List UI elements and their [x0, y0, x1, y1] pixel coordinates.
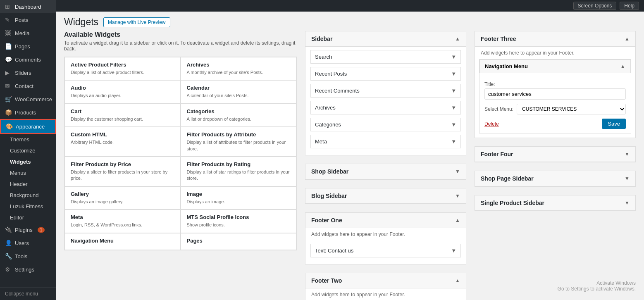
shop-page-sidebar-title: Shop Page Sidebar	[481, 175, 534, 182]
widget-pages[interactable]: Pages	[181, 233, 297, 250]
widget-categories[interactable]: Categories A list or dropdown of categor…	[181, 104, 297, 127]
sidebar-item-label: Tools	[15, 253, 27, 260]
widget-filter-products-attribute[interactable]: Filter Products by Attribute Display a l…	[181, 127, 297, 157]
footer-one-widget-text[interactable]: Text: Contact us ▼	[310, 244, 461, 257]
sidebar-item-pages[interactable]: 📄 Pages	[0, 40, 56, 53]
sidebar-item-editor[interactable]: Editor	[0, 212, 56, 223]
single-product-sidebar-header[interactable]: Single Product Sidebar ▼	[475, 195, 635, 211]
sidebar-item-products[interactable]: 📦 Products	[0, 106, 56, 119]
sidebar-widget-categories[interactable]: Categories ▼	[310, 118, 461, 131]
plugins-badge: 1	[38, 227, 45, 233]
footer-three-chevron-icon: ▲	[625, 36, 630, 42]
collapse-menu-button[interactable]: Collapse menu	[0, 287, 56, 300]
single-product-sidebar-panel: Single Product Sidebar ▼	[475, 195, 636, 211]
screen-options-button[interactable]: Screen Options	[573, 2, 617, 10]
settings-icon: ⚙	[5, 266, 12, 273]
sidebar-widget-recent-comments[interactable]: Recent Comments ▼	[310, 84, 461, 98]
widget-desc: Show profile icons.	[187, 222, 291, 228]
sidebar-area-panel: Sidebar ▲ Search ▼ Recent Posts ▼ Recent…	[305, 31, 466, 155]
sidebar-item-background[interactable]: Background	[0, 190, 56, 201]
widget-meta[interactable]: Meta Login, RSS, & WordPress.org links.	[64, 210, 181, 233]
sidebar-item-label: Settings	[15, 267, 34, 273]
dashboard-icon: ⊞	[5, 3, 12, 10]
widget-chevron-icon: ▼	[451, 71, 456, 77]
widget-gallery[interactable]: Gallery Displays an image gallery.	[64, 186, 181, 210]
sidebar-item-plugins[interactable]: 🔌 Plugins 1	[0, 223, 56, 236]
footer-one-header[interactable]: Footer One ▲	[305, 213, 466, 228]
page-title: Widgets	[64, 17, 98, 28]
sidebar-item-sliders[interactable]: ▶ Sliders	[0, 66, 56, 79]
widget-name: Active Product Filters	[71, 62, 174, 68]
widget-active-product-filters[interactable]: Active Product Filters Display a list of…	[64, 57, 181, 80]
blog-sidebar-header[interactable]: Blog Sidebar ▼	[305, 188, 466, 204]
help-button[interactable]: Help	[620, 2, 639, 10]
sidebar-item-luzuk[interactable]: Luzuk Fitness	[0, 201, 56, 212]
title-field-row: Title:	[484, 81, 626, 100]
sidebar-item-label: Posts	[15, 17, 29, 23]
single-product-sidebar-title: Single Product Sidebar	[481, 200, 544, 206]
widget-name: Audio	[71, 85, 174, 91]
widget-filter-products-rating[interactable]: Filter Products by Rating Display a list…	[181, 157, 297, 186]
sidebar-item-appearance[interactable]: 🎨 Appearance	[0, 119, 56, 134]
footer-three-header[interactable]: Footer Three ▲	[475, 31, 635, 47]
select-menu-label: Select Menu:	[484, 106, 513, 112]
sidebar-item-label: Products	[15, 110, 36, 116]
appearance-icon: 🎨	[6, 123, 12, 130]
topbar: Screen Options Help	[56, 0, 644, 12]
sidebar-widget-archives[interactable]: Archives ▼	[310, 101, 461, 114]
footer-two-header[interactable]: Footer Two ▲	[305, 273, 466, 288]
sidebar-widget-meta[interactable]: Meta ▼	[310, 135, 461, 148]
shop-sidebar-chevron-icon: ▼	[455, 169, 460, 174]
manage-live-preview-button[interactable]: Manage with Live Preview	[103, 17, 170, 27]
sidebar-item-settings[interactable]: ⚙ Settings	[0, 263, 56, 276]
title-field-label: Title:	[484, 81, 626, 87]
sidebar-item-contact[interactable]: ✉ Contact	[0, 79, 56, 93]
widget-desc: A monthly archive of your site's Posts.	[187, 69, 291, 76]
widget-desc: Display a list of star ratings to filter…	[187, 169, 291, 182]
sidebar-item-tools[interactable]: 🔧 Tools	[0, 250, 56, 263]
widget-cart[interactable]: Cart Display the customer shopping cart.	[64, 104, 181, 127]
footer-one-chevron-icon: ▲	[455, 217, 460, 223]
sidebar-area-header[interactable]: Sidebar ▲	[305, 31, 466, 47]
products-icon: 📦	[5, 109, 12, 116]
select-menu-select[interactable]: CUSTOMER SERVICES	[517, 104, 626, 114]
sidebar-item-themes[interactable]: Themes	[0, 134, 56, 145]
widget-archives[interactable]: Archives A monthly archive of your site'…	[181, 57, 297, 80]
shop-page-sidebar-chevron-icon: ▼	[625, 176, 630, 181]
footer-three-desc: Add widgets here to appear in your Foote…	[475, 47, 635, 59]
sidebar-item-customize[interactable]: Customize	[0, 145, 56, 156]
footer-three-title: Footer Three	[481, 36, 516, 42]
sidebar-widget-search[interactable]: Search ▼	[310, 50, 461, 64]
shop-sidebar-header[interactable]: Shop Sidebar ▼	[305, 164, 466, 179]
nav-menu-widget-header[interactable]: Navigation Menu ▲	[479, 60, 631, 73]
sidebar-item-header[interactable]: Header	[0, 179, 56, 190]
widget-chevron-icon: ▼	[451, 121, 456, 128]
sidebar-item-label: Contact	[15, 83, 33, 89]
widget-desc: A calendar of your site's Posts.	[187, 93, 291, 99]
sidebar-item-widgets[interactable]: Widgets	[0, 156, 56, 167]
widget-filter-products-price[interactable]: Filter Products by Price Display a slide…	[64, 157, 181, 186]
widget-mts-social[interactable]: MTS Social Profile Icons Show profile ic…	[181, 210, 297, 233]
delete-link[interactable]: Delete	[484, 121, 499, 127]
widget-sub-name: Meta	[315, 138, 327, 145]
sidebar-item-users[interactable]: 👤 Users	[0, 236, 56, 250]
widget-calendar[interactable]: Calendar A calendar of your site's Posts…	[181, 80, 297, 103]
sidebar-widget-recent-posts[interactable]: Recent Posts ▼	[310, 67, 461, 81]
sidebar-item-dashboard[interactable]: ⊞ Dashboard	[0, 0, 56, 13]
posts-icon: ✎	[5, 17, 12, 23]
save-button[interactable]: Save	[602, 119, 626, 129]
sidebar-item-comments[interactable]: 💬 Comments	[0, 53, 56, 66]
widget-chevron-icon: ▼	[451, 54, 456, 60]
shop-page-sidebar-header[interactable]: Shop Page Sidebar ▼	[475, 171, 635, 186]
widget-navigation-menu[interactable]: Navigation Menu	[64, 233, 181, 250]
footer-four-header[interactable]: Footer Four ▼	[475, 147, 635, 162]
widget-custom-html[interactable]: Custom HTML Arbitrary HTML code.	[64, 127, 181, 157]
widget-image[interactable]: Image Displays an image.	[181, 186, 297, 210]
sidebar-item-media[interactable]: 🖼 Media	[0, 26, 56, 40]
widget-chevron-icon: ▼	[451, 138, 456, 145]
title-field-input[interactable]	[484, 88, 626, 100]
sidebar-item-woocommerce[interactable]: 🛒 WooCommerce	[0, 93, 56, 106]
widget-audio[interactable]: Audio Displays an audio player.	[64, 80, 181, 103]
sidebar-item-menus[interactable]: Menus	[0, 167, 56, 179]
sidebar-item-posts[interactable]: ✎ Posts	[0, 13, 56, 26]
